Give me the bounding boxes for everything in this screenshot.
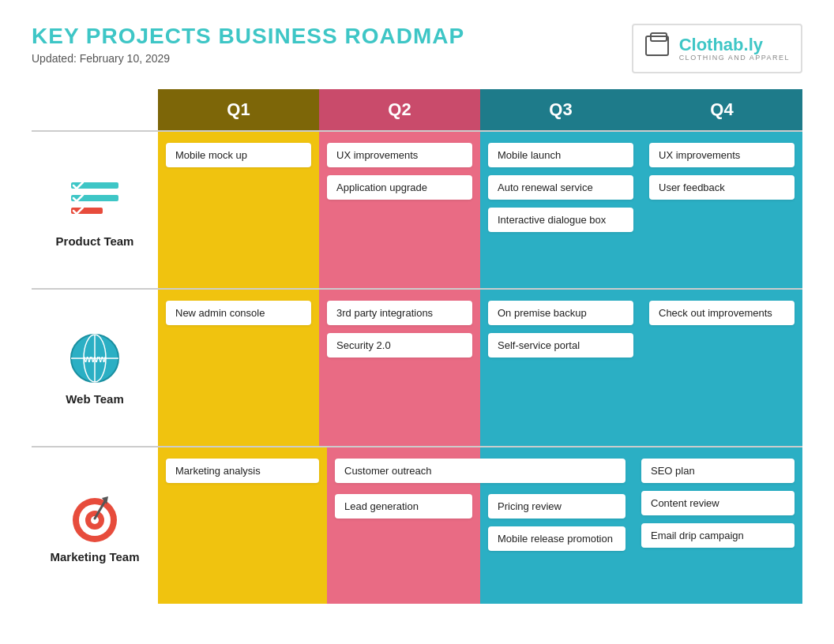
page-subtitle: Updated: February 10, 2029 <box>32 52 464 65</box>
task-card[interactable]: Auto renewal service <box>488 175 633 200</box>
task-card[interactable]: UX improvements <box>327 143 472 167</box>
product-q1: Mobile mock up <box>158 132 319 288</box>
grid-area: Q1 Q2 Q3 Q4 Mobile mock up UX improvemen… <box>158 89 802 604</box>
web-team-icon: www <box>67 331 122 386</box>
web-team-label: Web Team <box>66 392 124 406</box>
product-team-label: Product Team <box>56 234 134 248</box>
marketing-q1: Marketing analysis <box>158 447 327 604</box>
marketing-team-cell: Marketing Team <box>32 446 158 604</box>
product-q3: Mobile launch Auto renewal service Inter… <box>480 132 641 288</box>
logo-text: Clothab.ly CLOTHING AND APPAREL <box>679 36 790 62</box>
task-card[interactable]: On premise backup <box>488 301 633 325</box>
task-card[interactable]: Mobile release promotion <box>488 526 626 551</box>
task-card[interactable]: Content review <box>641 491 795 515</box>
task-card[interactable]: Lead generation <box>335 494 472 519</box>
web-q4: Check out improvements <box>641 290 802 446</box>
product-team-row: Mobile mock up UX improvements Applicati… <box>158 130 802 288</box>
marketing-q3-bottom: Pricing review Mobile release promotion <box>480 489 633 604</box>
product-q4: UX improvements User feedback <box>641 132 802 288</box>
marketing-q4: SEO plan Content review Email drip campa… <box>633 447 802 604</box>
marketing-q2-bottom: Lead generation <box>327 489 480 604</box>
q1-header: Q1 <box>158 89 319 130</box>
q2-header: Q2 <box>319 89 480 130</box>
product-team-icon <box>67 173 122 228</box>
q4-header: Q4 <box>641 89 802 130</box>
q3-header: Q3 <box>480 89 641 130</box>
task-card[interactable]: Check out improvements <box>649 301 795 325</box>
product-q2: UX improvements Application upgrade <box>319 132 480 288</box>
task-card[interactable]: Email drip campaign <box>641 523 795 548</box>
marketing-team-label: Marketing Team <box>50 550 139 564</box>
task-card[interactable]: Marketing analysis <box>166 459 319 483</box>
logo-icon <box>644 32 673 66</box>
logo-name: Clothab.ly <box>679 36 790 54</box>
web-team-cell: www Web Team <box>32 288 158 446</box>
task-card[interactable]: 3rd party integrations <box>327 301 472 325</box>
marketing-q23-area: Customer outreach Lead generation Pricin… <box>327 447 633 604</box>
marketing-team-icon <box>67 489 122 544</box>
page-title: KEY PROJECTS BUSINESS ROADMAP <box>32 24 464 49</box>
title-block: KEY PROJECTS BUSINESS ROADMAP Updated: F… <box>32 24 464 65</box>
customer-outreach-card[interactable]: Customer outreach <box>335 459 626 483</box>
page: KEY PROJECTS BUSINESS ROADMAP Updated: F… <box>0 0 834 644</box>
roadmap-grid: Product Team www Web Team <box>32 89 802 604</box>
teams-column: Product Team www Web Team <box>32 89 158 604</box>
marketing-wide-row: Customer outreach <box>327 447 633 489</box>
task-card[interactable]: Application upgrade <box>327 175 472 200</box>
marketing-q23-bottom: Lead generation Pricing review Mobile re… <box>327 489 633 604</box>
web-q1: New admin console <box>158 290 319 446</box>
task-card[interactable]: Mobile launch <box>488 143 633 167</box>
task-card[interactable]: UX improvements <box>649 143 795 167</box>
logo-tagline: CLOTHING AND APPAREL <box>679 54 790 62</box>
web-q2: 3rd party integrations Security 2.0 <box>319 290 480 446</box>
marketing-team-row: Marketing analysis Customer outreach Lea… <box>158 446 802 604</box>
product-team-cell: Product Team <box>32 130 158 288</box>
header: KEY PROJECTS BUSINESS ROADMAP Updated: F… <box>32 24 802 73</box>
teams-header-spacer <box>32 89 158 130</box>
task-card[interactable]: Self-service portal <box>488 333 633 358</box>
task-card[interactable]: New admin console <box>166 301 311 325</box>
web-team-row: New admin console 3rd party integrations… <box>158 288 802 446</box>
task-card[interactable]: User feedback <box>649 175 795 200</box>
web-q3: On premise backup Self-service portal <box>480 290 641 446</box>
svg-rect-0 <box>646 36 668 55</box>
task-card[interactable]: SEO plan <box>641 459 795 483</box>
task-card[interactable]: Mobile mock up <box>166 143 311 167</box>
task-card[interactable]: Interactive dialogue box <box>488 208 633 232</box>
task-card[interactable]: Security 2.0 <box>327 333 472 358</box>
logo: Clothab.ly CLOTHING AND APPAREL <box>632 24 802 73</box>
svg-text:www: www <box>83 354 107 365</box>
task-card[interactable]: Pricing review <box>488 494 626 519</box>
quarters-header: Q1 Q2 Q3 Q4 <box>158 89 802 130</box>
